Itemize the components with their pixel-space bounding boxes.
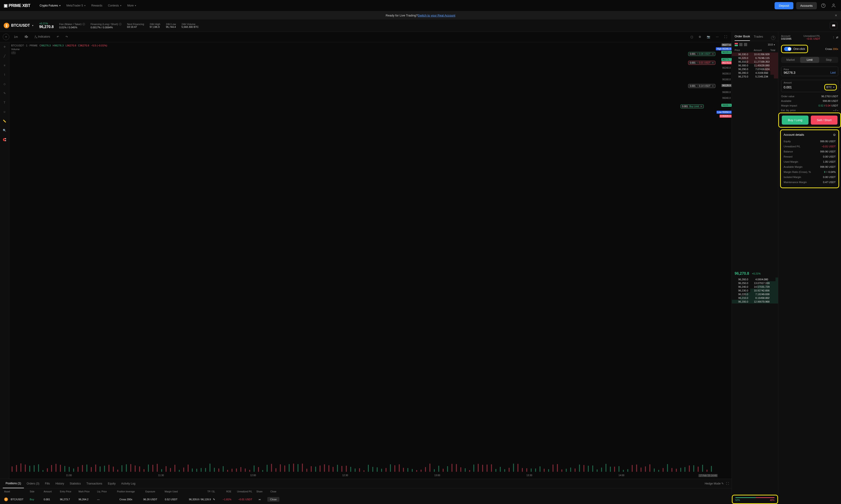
emoji-tool[interactable]: ☺	[2, 109, 7, 115]
ask-row[interactable]: 96,300.011.45628.080	[732, 64, 778, 67]
crosshair-tool[interactable]: ✛	[2, 44, 7, 50]
logo[interactable]: ▣ PRIME XBT	[4, 3, 31, 8]
tab-stop[interactable]: Stop	[819, 57, 838, 63]
layout-bids-icon[interactable]	[739, 43, 742, 46]
zoom-tool[interactable]: 🔍	[2, 128, 7, 133]
tab-orderbook[interactable]: Order Book	[735, 35, 750, 41]
time-axis[interactable]: 11:00 11:30 12:00 12:30 13:00 13:30 14:0…	[9, 474, 718, 479]
layout-both-icon[interactable]	[735, 43, 738, 46]
magnet-tool[interactable]: 🧲	[2, 137, 7, 143]
bid-row[interactable]: 96,240.014.57031.729	[732, 285, 778, 289]
nav-more[interactable]: More ▼	[127, 4, 136, 7]
bid-row[interactable]: 96,260.04.0804.080	[732, 277, 778, 281]
ask-row[interactable]: 96,280.04.3169.550	[732, 71, 778, 75]
fullscreen-icon[interactable]: ⛶	[722, 34, 729, 39]
indicators-button[interactable]: ƒx Indicators	[33, 34, 52, 40]
order-tag-sl[interactable]: 0.001− 0.14 USDT✕	[688, 84, 715, 88]
ask-row[interactable]: 96,270.05.2345.234	[732, 75, 778, 78]
info-icon[interactable]: ⓘ	[119, 22, 121, 26]
bid-row[interactable]: 96,210.08.16458.002	[732, 296, 778, 300]
ask-row[interactable]: 96,330.010.81356.928	[732, 52, 778, 56]
chart-canvas[interactable]: BTC/USDT · 1 · PRIME O96276.3 H96276.3 L…	[9, 42, 732, 479]
tab-positions[interactable]: Positions (1)	[3, 479, 24, 488]
oneclick-toggle[interactable]: One-click	[781, 45, 808, 53]
tab-limit[interactable]: Limit	[800, 57, 819, 63]
bid-row[interactable]: 96,200.012.96670.968	[732, 300, 778, 304]
bid-row[interactable]: 96,220.07.18249.838	[732, 292, 778, 296]
user-icon[interactable]	[830, 2, 837, 9]
order-tag-limit[interactable]: 0.001Buy Limit✕	[681, 104, 704, 108]
help-icon[interactable]	[820, 2, 827, 9]
symbol-selector[interactable]: ₿ BTC/USDT ▼	[4, 23, 34, 28]
more-icon[interactable]: ⋮	[832, 36, 835, 39]
position-asset[interactable]: ₿BTC/USDT	[3, 498, 28, 501]
camera-icon[interactable]: 📷	[705, 34, 712, 39]
brush-tool[interactable]: ✎	[2, 90, 7, 96]
text-tool[interactable]: T	[2, 100, 7, 105]
layout-icon[interactable]: ▢	[689, 34, 695, 39]
deposit-button[interactable]: Deposit	[775, 2, 793, 9]
trendline-tool[interactable]: ╱	[2, 53, 7, 59]
tab-trades[interactable]: Trades	[754, 35, 763, 41]
tab-transactions[interactable]: Transactions	[84, 479, 105, 488]
switch-account-link[interactable]: Switch to your Real Account	[418, 14, 456, 17]
interval-selector[interactable]: 1m	[12, 34, 20, 39]
fib-tool[interactable]: ≡	[2, 62, 7, 68]
amount-field[interactable]	[784, 85, 824, 89]
collapse-icon[interactable]: ˆ	[11, 52, 16, 54]
sell-short-button[interactable]: Sell / Short	[811, 115, 838, 125]
notebook-icon[interactable]: 📖	[830, 22, 837, 29]
transfer-icon[interactable]: ⇄	[836, 36, 838, 39]
ask-row[interactable]: 96,320.06.76246.115	[732, 56, 778, 60]
hedge-mode-toggle[interactable]: Hedge Mode ✎	[705, 482, 724, 485]
ruler-tool[interactable]: 📏	[2, 118, 7, 124]
close-icon[interactable]: ✕	[712, 61, 714, 64]
last-button[interactable]: Last	[830, 71, 836, 74]
undo-icon[interactable]: ↶	[55, 34, 61, 39]
nav-rewards[interactable]: Rewards	[91, 4, 102, 7]
tab-orders[interactable]: Orders (3)	[24, 479, 42, 488]
tab-activity[interactable]: Activity Log	[118, 479, 138, 488]
candle-type-icon[interactable]	[22, 34, 30, 40]
collapse-icon[interactable]: ⊙	[833, 133, 836, 137]
unit-selector[interactable]: BTC ▼	[824, 84, 837, 90]
precision-selector[interactable]: 10.0 ▼	[768, 43, 775, 46]
close-position-button[interactable]: Close	[267, 497, 279, 502]
order-tag-pnl[interactable]: 0.001− 0.01 USDT✕	[688, 61, 715, 65]
redo-icon[interactable]: ↷	[64, 34, 70, 39]
tab-equity[interactable]: Equity	[105, 479, 118, 488]
position-tpsl[interactable]: 96,328.8 / 96,128.9 ✎	[182, 498, 217, 501]
tab-fills[interactable]: Fills	[42, 479, 52, 488]
bid-row[interactable]: 96,250.013.07917.159	[732, 281, 778, 285]
layout-asks-icon[interactable]	[744, 43, 747, 46]
buy-long-button[interactable]: Buy / Long	[782, 115, 808, 125]
close-icon[interactable]: ✕	[700, 105, 702, 108]
more-icon[interactable]: ⋯	[714, 34, 720, 39]
leverage-selector[interactable]: Cross 200x	[825, 48, 838, 50]
ask-row[interactable]: 96,290.07.07416.624	[732, 67, 778, 71]
amount-input[interactable]: Amount BTC ▼ ▲▼	[781, 80, 838, 92]
tab-history[interactable]: History	[53, 479, 67, 488]
tab-statistics[interactable]: Statistics	[67, 479, 84, 488]
pattern-tool[interactable]: ⌇	[2, 72, 7, 77]
close-icon[interactable]: ✕	[835, 14, 837, 17]
tab-market[interactable]: Market	[781, 57, 800, 63]
close-icon[interactable]: ✕	[712, 53, 714, 55]
settings-icon[interactable]: ⚙	[697, 34, 703, 39]
shape-tool[interactable]: ◇	[2, 81, 7, 87]
expand-icon[interactable]: ⛶	[726, 482, 729, 485]
bid-row[interactable]: 96,230.010.92742.656	[732, 289, 778, 292]
accounts-button[interactable]: Accounts	[796, 2, 817, 9]
nav-contests[interactable]: Contests ▼	[108, 4, 122, 7]
nav-crypto-futures[interactable]: Crypto Futures ▼	[40, 4, 61, 7]
price-scale[interactable]: 96377.6 High 96346.9 96328.8 96273.7 962…	[718, 42, 732, 474]
info-icon[interactable]: ⓘ	[83, 22, 85, 26]
ask-row[interactable]: 96,310.011.27339.353	[732, 60, 778, 64]
price-field[interactable]	[784, 71, 830, 74]
order-tag-tp[interactable]: 0.001+ 0.06 USDT✕	[688, 52, 715, 56]
share-icon[interactable]: ⫘	[254, 498, 265, 501]
price-input[interactable]: Price Last ▲▼	[781, 67, 838, 76]
close-icon[interactable]: ✕	[712, 85, 714, 87]
help-icon[interactable]: ?	[771, 36, 775, 40]
col-asset[interactable]: Asset	[3, 490, 28, 493]
